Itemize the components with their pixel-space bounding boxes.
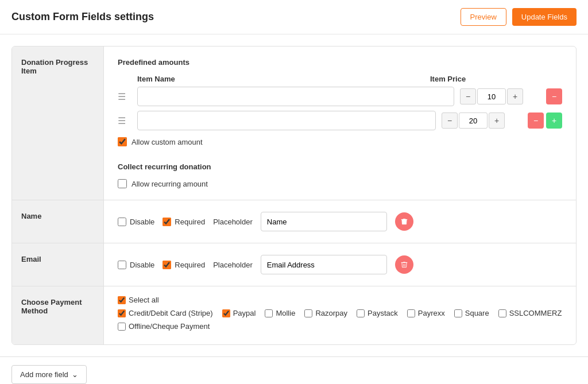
- name-delete-button[interactable]: [395, 212, 413, 231]
- name-required-group: Required: [163, 218, 205, 226]
- drag-handle-icon[interactable]: ☰: [118, 91, 131, 102]
- table-header: Item Name Item Price: [118, 75, 562, 83]
- payrexx-checkbox[interactable]: [407, 309, 415, 317]
- predefined-amounts-title: Predefined amounts: [118, 58, 562, 67]
- allow-custom-label: Allow custom amount: [131, 138, 203, 146]
- allow-recurring-checkbox[interactable]: [118, 179, 127, 188]
- select-all-row: Select all: [118, 296, 562, 304]
- sections-container: Donation Progress Item Predefined amount…: [11, 46, 577, 345]
- offline-checkbox[interactable]: [118, 323, 126, 331]
- page-header: Custom Form Fields settings Preview Upda…: [0, 0, 588, 34]
- payrexx-label: Payrexx: [418, 309, 445, 317]
- name-section-content: Disable Required Placeholder: [104, 200, 576, 243]
- remove-row-1-button[interactable]: −: [546, 88, 562, 104]
- razorpay-checkbox[interactable]: [304, 309, 312, 317]
- price-decrease-1[interactable]: −: [460, 88, 476, 104]
- name-field-row: Disable Required Placeholder: [118, 212, 562, 231]
- name-disable-checkbox[interactable]: [118, 218, 126, 226]
- razorpay-group: Razorpay: [304, 309, 347, 317]
- price-increase-2[interactable]: +: [489, 113, 505, 129]
- mollie-label: Mollie: [276, 309, 295, 317]
- table-row: ☰ − + −: [118, 87, 562, 106]
- add-row-button[interactable]: +: [546, 113, 562, 129]
- paypal-checkbox[interactable]: [222, 309, 230, 317]
- email-placeholder-label: Placeholder: [213, 261, 253, 269]
- square-label: Square: [465, 309, 489, 317]
- drag-handle-icon[interactable]: ☰: [118, 115, 131, 126]
- name-placeholder-label: Placeholder: [213, 218, 253, 226]
- payment-section-content: Select all Credit/Debit Card (Stripe) Pa…: [104, 286, 576, 344]
- paystack-group: Paystack: [357, 309, 398, 317]
- price-input-1[interactable]: [477, 88, 506, 104]
- trash-icon: [400, 218, 408, 226]
- payrexx-group: Payrexx: [407, 309, 445, 317]
- email-disable-group: Disable: [118, 261, 154, 269]
- row-actions-1: −: [546, 88, 562, 104]
- allow-recurring-label: Allow recurring amount: [131, 180, 208, 188]
- item-name-input-1[interactable]: [137, 87, 454, 106]
- svg-rect-0: [403, 219, 405, 219]
- mollie-checkbox[interactable]: [265, 309, 273, 317]
- email-delete-button[interactable]: [395, 255, 413, 274]
- mollie-group: Mollie: [265, 309, 295, 317]
- paystack-checkbox[interactable]: [357, 309, 365, 317]
- price-decrease-2[interactable]: −: [442, 113, 458, 129]
- trash-icon: [400, 261, 408, 269]
- price-control-2: − +: [442, 113, 522, 129]
- paypal-label: Paypal: [233, 309, 256, 317]
- header-buttons: Preview Update Fields: [461, 8, 577, 26]
- email-section-label: Email: [12, 243, 104, 286]
- update-fields-button[interactable]: Update Fields: [512, 8, 577, 26]
- preview-button[interactable]: Preview: [461, 8, 506, 26]
- name-placeholder-input[interactable]: [261, 212, 387, 231]
- col-price-header: Item Price: [430, 75, 510, 83]
- stripe-label: Credit/Debit Card (Stripe): [129, 309, 213, 317]
- allow-custom-row: Allow custom amount: [118, 137, 562, 146]
- email-placeholder-input[interactable]: [261, 255, 387, 274]
- email-required-checkbox[interactable]: [163, 261, 171, 269]
- donation-progress-content: Predefined amounts Item Name Item Price …: [104, 46, 576, 200]
- allow-custom-checkbox[interactable]: [118, 137, 127, 146]
- footer-bar: Add more field ⌄: [0, 356, 588, 384]
- email-disable-checkbox[interactable]: [118, 261, 126, 269]
- email-required-group: Required: [163, 261, 205, 269]
- email-required-label: Required: [175, 261, 205, 269]
- remove-row-2-button[interactable]: −: [528, 113, 544, 129]
- name-disable-label: Disable: [130, 218, 154, 226]
- content-area: Donation Progress Item Predefined amount…: [0, 34, 588, 356]
- stripe-checkbox[interactable]: [118, 309, 126, 317]
- name-required-checkbox[interactable]: [163, 218, 171, 226]
- paypal-group: Paypal: [222, 309, 256, 317]
- offline-row: Offline/Cheque Payment: [118, 322, 562, 331]
- email-disable-label: Disable: [130, 261, 154, 269]
- recurring-title: Collect recurring donation: [118, 162, 562, 171]
- payment-methods-row: Credit/Debit Card (Stripe) Paypal Mollie: [118, 309, 562, 317]
- offline-group: Offline/Cheque Payment: [118, 322, 210, 331]
- allow-recurring-row: Allow recurring amount: [118, 179, 562, 188]
- price-control-1: − +: [460, 88, 540, 104]
- paystack-label: Paystack: [368, 309, 398, 317]
- item-name-input-2[interactable]: [137, 111, 436, 130]
- add-field-label: Add more field: [20, 370, 68, 379]
- email-section-content: Disable Required Placeholder: [104, 243, 576, 286]
- donation-progress-section: Donation Progress Item Predefined amount…: [12, 46, 576, 200]
- select-all-group: Select all: [118, 296, 159, 304]
- chevron-down-icon: ⌄: [72, 370, 78, 379]
- select-all-checkbox[interactable]: [118, 296, 126, 304]
- sslcommerz-checkbox[interactable]: [498, 309, 506, 317]
- table-row: ☰ − + − +: [118, 111, 562, 130]
- square-group: Square: [454, 309, 489, 317]
- offline-label: Offline/Cheque Payment: [129, 322, 210, 331]
- name-section: Name Disable Required Placeholder: [12, 200, 576, 243]
- razorpay-label: Razorpay: [315, 309, 347, 317]
- sslcommerz-group: SSLCOMMERZ: [498, 309, 562, 317]
- payment-section: Choose Payment Method Select all Credi: [12, 286, 576, 344]
- square-checkbox[interactable]: [454, 309, 462, 317]
- name-required-label: Required: [175, 218, 205, 226]
- add-more-field-button[interactable]: Add more field ⌄: [11, 365, 87, 384]
- price-increase-1[interactable]: +: [507, 88, 523, 104]
- col-name-header: Item Name: [137, 75, 424, 83]
- price-input-2[interactable]: [459, 113, 488, 129]
- donation-progress-label: Donation Progress Item: [12, 46, 104, 200]
- payment-section-label: Choose Payment Method: [12, 286, 104, 344]
